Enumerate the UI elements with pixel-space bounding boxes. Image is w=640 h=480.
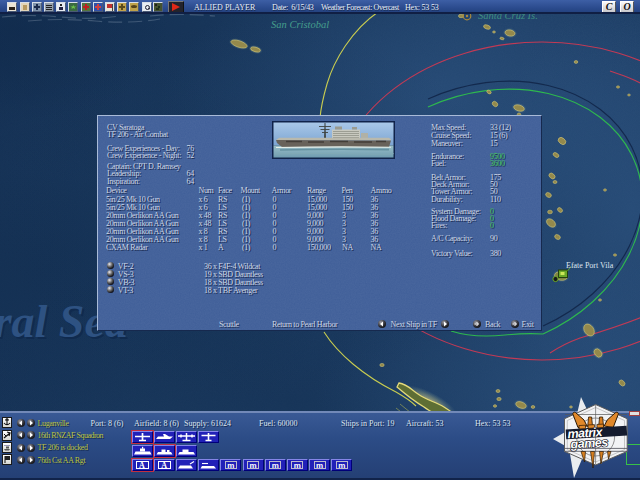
svg-text:Efate Port Vila: Efate Port Vila (566, 261, 614, 270)
svg-text:games: games (569, 435, 608, 451)
svg-text:San Cristobal: San Cristobal (271, 19, 329, 30)
